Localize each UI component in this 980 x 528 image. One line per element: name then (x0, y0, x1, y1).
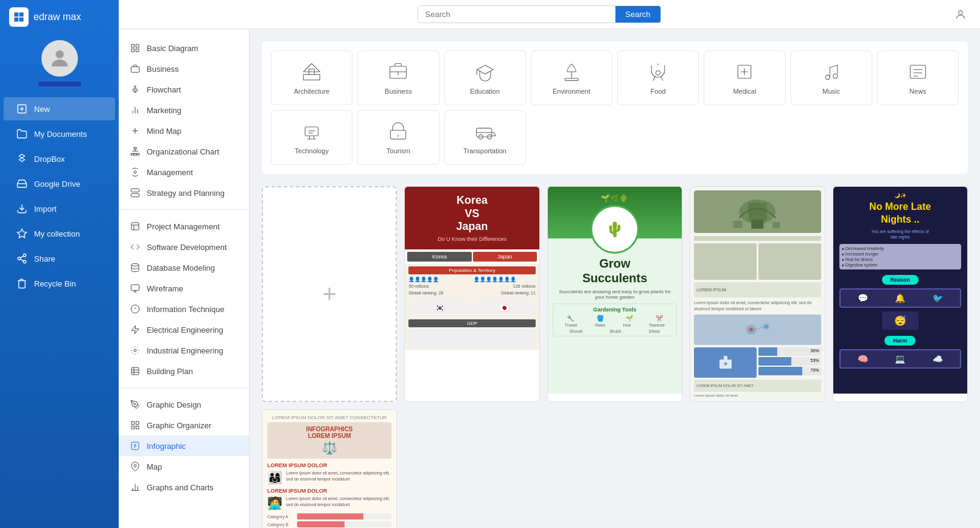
menu-item-industrial-engineering[interactable]: Industrial Engineering (119, 340, 249, 361)
building-plan-icon (130, 366, 141, 377)
sidebar-item-my-collection[interactable]: My collection (4, 222, 115, 245)
category-spacer-2 (617, 110, 699, 165)
template-family-icon: 👨‍👩‍👧 (267, 470, 282, 485)
category-medical[interactable]: Medical (704, 50, 785, 105)
template-reason-box: 💬 🔔 🐦 (839, 288, 961, 308)
template-pct-1: 30% (758, 347, 821, 356)
template-infographic-header: INFOGRAPHICSLOREM IPSUM ⚖️ (267, 422, 391, 459)
template-no-late-nights[interactable]: 🌙✨ No More LateNights .. You are sufferi… (833, 186, 968, 402)
category-technology[interactable]: Technology (271, 110, 352, 165)
menu-item-basic-diagram[interactable]: Basic Diagram (119, 38, 249, 58)
category-news[interactable]: News (877, 50, 959, 105)
template-gardening-tools-label: Gardening Tools (556, 307, 674, 313)
category-business[interactable]: Business (357, 50, 439, 105)
template-korea-people: 👤👤👤👤👤 (408, 277, 471, 282)
menu-item-infographic[interactable]: Infographic (119, 436, 249, 456)
user-menu-button[interactable] (953, 7, 968, 22)
template-lorem-bar2: LOREM IPSUM DOLOR SIT AMET (694, 380, 821, 392)
user-name-bar (38, 82, 81, 86)
menu-item-mind-map-label: Mind Map (147, 127, 181, 136)
menu-item-mind-map[interactable]: Mind Map (119, 120, 249, 141)
menu-item-information-technique[interactable]: Information Technique (119, 299, 249, 319)
template-add-new[interactable]: + (262, 186, 397, 402)
menu-item-electrical-engineering[interactable]: Electrical Engineering (119, 319, 249, 340)
search-button[interactable]: Search (615, 6, 660, 23)
template-korea-header: KoreaVSJapan Do U Know their Differences (405, 187, 539, 249)
template-korea-japan[interactable]: KoreaVSJapan Do U Know their Differences… (404, 186, 539, 402)
menu-item-graphic-organizer[interactable]: Graphic Organizer (119, 415, 249, 436)
sidebar-item-new[interactable]: New (4, 97, 115, 120)
svg-rect-91 (733, 318, 782, 342)
category-technology-label: Technology (295, 147, 329, 155)
category-food[interactable]: Food (617, 50, 699, 105)
template-lorem-text2: Lorem ipsum dolor sit amet (694, 394, 821, 398)
svg-rect-29 (131, 189, 139, 192)
software-dev-icon (130, 241, 141, 252)
svg-point-95 (765, 325, 768, 328)
sidebar-item-import[interactable]: Import (4, 197, 115, 220)
sidebar-item-my-documents[interactable]: My Documents (4, 122, 115, 145)
category-tourism[interactable]: Tourism (357, 110, 439, 165)
menu-item-wireframe[interactable]: Wireframe (119, 278, 249, 299)
menu-section-graphics: Graphic Design Graphic Organizer Infogra… (119, 392, 249, 500)
menu-item-strategy-planning-label: Strategy and Planning (147, 189, 225, 198)
category-spacer-4 (791, 110, 872, 165)
sidebar-item-share[interactable]: Share (4, 247, 115, 270)
svg-rect-33 (131, 223, 139, 230)
sidebar-item-dropbox[interactable]: DropBox (4, 147, 115, 170)
category-spacer-3 (704, 110, 785, 165)
svg-point-34 (131, 263, 139, 266)
svg-rect-61 (565, 78, 578, 81)
menu-item-graphs-charts[interactable]: Graphs and Charts (119, 477, 249, 498)
menu-item-software-development[interactable]: Software Development (119, 237, 249, 257)
menu-item-project-management[interactable]: Project Management (119, 216, 249, 237)
menu-item-flowchart[interactable]: Flowchart (119, 79, 249, 100)
svg-rect-97 (724, 356, 727, 360)
menu-item-database-modeling[interactable]: Database Modeling (119, 257, 249, 278)
menu-item-building-plan[interactable]: Building Plan (119, 361, 249, 381)
sidebar-item-dropbox-label: DropBox (34, 155, 65, 164)
template-infographic-scale: ⚖️ (271, 440, 388, 455)
template-japan-col: Japan (473, 252, 537, 262)
template-travel-map (694, 314, 821, 345)
template-travel[interactable]: LOREM IPSUM Lorem ipsum dolor sit amet, … (690, 186, 825, 402)
menu-item-org-chart[interactable]: Organizational Chart (119, 141, 249, 162)
category-transportation[interactable]: Transportation (444, 110, 526, 165)
template-bar-fill-2 (297, 521, 345, 527)
template-bar-row-1: Category A (267, 513, 391, 519)
sidebar-item-share-label: Share (34, 254, 55, 263)
menu-item-business[interactable]: Business (119, 58, 249, 79)
svg-rect-16 (136, 49, 139, 52)
sidebar-item-google-drive-label: Google Drive (34, 179, 80, 189)
menu-item-strategy-planning[interactable]: Strategy and Planning (119, 182, 249, 203)
sidebar: edraw max New My Documents (0, 0, 119, 528)
sidebar-item-google-drive[interactable]: Google Drive (4, 172, 115, 195)
category-business-label: Business (385, 88, 412, 95)
template-tools-labels2: Shovel Brush Shear (556, 329, 674, 333)
user-profile-area (0, 34, 119, 96)
category-music[interactable]: Music (791, 50, 872, 105)
template-tools-labels: Trowel Rake Hoe Tweezer (556, 323, 674, 327)
template-lorem-row2: 🧑‍💻 Lorem ipsum dolor sit amet, consecte… (267, 496, 391, 510)
template-grow-succulents[interactable]: 🌱🌿🌵 🌵 GrowSucculents Succulents are amaz… (547, 186, 682, 402)
svg-point-67 (825, 75, 830, 79)
template-gdp-chart (408, 329, 535, 347)
menu-item-graphic-design[interactable]: Graphic Design (119, 394, 249, 415)
menu-item-basic-diagram-label: Basic Diagram (147, 44, 198, 53)
menu-item-map[interactable]: Map (119, 456, 249, 477)
category-architecture[interactable]: Architecture (271, 50, 352, 105)
template-dark-person: 😴 (882, 311, 919, 330)
category-environment[interactable]: Environment (531, 50, 612, 105)
category-education[interactable]: Education (444, 50, 526, 105)
menu-item-management[interactable]: Management (119, 162, 249, 182)
search-input[interactable] (418, 6, 616, 23)
menu-item-marketing[interactable]: Marketing (119, 100, 249, 120)
template-infographic-lorem[interactable]: LOREM IPSUM DOLOR SIT AMET CONSECTETUR I… (262, 409, 397, 528)
avatar[interactable] (41, 40, 78, 77)
charts-icon (130, 482, 141, 493)
template-korea-col: Korea (407, 252, 471, 262)
template-bar-bg-1 (297, 513, 391, 519)
svg-rect-45 (131, 422, 135, 425)
menu-section-diagrams: Basic Diagram Business Flowchart (119, 35, 249, 206)
sidebar-item-recycle-bin[interactable]: Recycle Bin (4, 272, 115, 295)
